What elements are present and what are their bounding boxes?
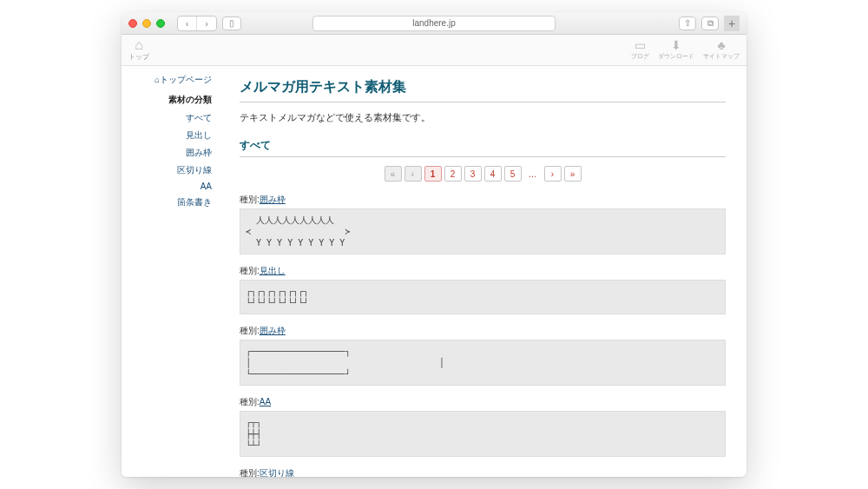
home-icon: ⌂ bbox=[135, 38, 143, 52]
content-area: ⌂トップページ 素材の分類 すべて 見出し 囲み枠 区切り線 AA 箇条書き メ… bbox=[122, 66, 746, 477]
minimize-icon[interactable] bbox=[142, 19, 151, 28]
item-type-link[interactable]: 囲み枠 bbox=[260, 195, 286, 204]
item-type: 種別:AA bbox=[240, 396, 726, 408]
material-item: 種別:区切り線+:♪*■ＩＮＤＥＸ■ +:♪*━━━━━━━━━━━━━━━━━… bbox=[240, 467, 726, 477]
item-sample: ┌┐┌┐┌┐┌┐┌┐┌┐ └┘└┘└┘└┘└┘└┘ bbox=[240, 280, 726, 314]
material-item: 種別:囲み枠 人人人人人人人人人 ≺ ≻ Y Y Y Y Y Y Y Y Y bbox=[240, 194, 726, 254]
pager-page-2[interactable]: 2 bbox=[444, 166, 462, 182]
item-type: 種別:区切り線 bbox=[240, 467, 726, 477]
close-icon[interactable] bbox=[128, 19, 137, 28]
material-item: 種別:AA┌┬┐ ├┼┤ └┴┘ bbox=[240, 396, 726, 457]
sidebar-item-frame[interactable]: 囲み枠 bbox=[122, 144, 219, 162]
pager-ellipsis: … bbox=[524, 166, 542, 182]
sidebar-toggle-button[interactable]: ▯ bbox=[222, 17, 241, 30]
pager-last[interactable]: » bbox=[564, 166, 582, 182]
material-item: 種別:囲み枠┌──────────────────┐ │ │ └────────… bbox=[240, 325, 726, 386]
header-blog[interactable]: ▭ブログ bbox=[631, 39, 649, 61]
titlebar: ‹ › ▯ landhere.jp ⇧ ⧉ + bbox=[122, 12, 746, 35]
item-type: 種別:囲み枠 bbox=[240, 325, 726, 337]
header-home[interactable]: ⌂ トップ bbox=[128, 38, 149, 62]
window-controls bbox=[128, 19, 165, 28]
material-item: 種別:見出し┌┐┌┐┌┐┌┐┌┐┌┐ └┘└┘└┘└┘└┘└┘ bbox=[240, 265, 726, 314]
back-button[interactable]: ‹ bbox=[178, 17, 197, 30]
item-type-link[interactable]: 見出し bbox=[260, 266, 286, 275]
pager-page-4[interactable]: 4 bbox=[484, 166, 502, 182]
pager-first[interactable]: « bbox=[385, 166, 402, 182]
sitemap-icon: ♣ bbox=[717, 39, 725, 52]
page-description: テキストメルマガなどで使える素材集です。 bbox=[240, 111, 726, 124]
item-type: 種別:見出し bbox=[240, 265, 726, 277]
pager-page-1[interactable]: 1 bbox=[424, 166, 442, 182]
item-sample: ┌┬┐ ├┼┤ └┴┘ bbox=[240, 411, 726, 457]
titlebar-right: ⇧ ⧉ + bbox=[679, 16, 740, 31]
item-type-link[interactable]: 区切り線 bbox=[260, 468, 294, 477]
sidebar-item-bullet[interactable]: 箇条書き bbox=[122, 194, 219, 211]
header-home-label: トップ bbox=[128, 52, 149, 62]
pager-prev[interactable]: ‹ bbox=[404, 166, 422, 182]
header-right: ▭ブログ ⬇ダウンロード ♣サイトマップ bbox=[631, 39, 740, 61]
main-content: メルマガ用テキスト素材集 テキストメルマガなどで使える素材集です。 すべて « … bbox=[219, 66, 746, 477]
forward-button[interactable]: › bbox=[197, 17, 216, 30]
header-sitemap[interactable]: ♣サイトマップ bbox=[703, 39, 740, 61]
pager-page-3[interactable]: 3 bbox=[464, 166, 482, 182]
sidebar-item-all[interactable]: すべて bbox=[122, 109, 219, 127]
pager: « ‹ 1 2 3 4 5 … › » bbox=[240, 166, 726, 182]
share-button[interactable]: ⇧ bbox=[679, 17, 696, 30]
download-icon: ⬇ bbox=[671, 39, 681, 52]
pager-page-5[interactable]: 5 bbox=[504, 166, 522, 182]
sidebar: ⌂トップページ 素材の分類 すべて 見出し 囲み枠 区切り線 AA 箇条書き bbox=[122, 66, 219, 477]
new-tab-button[interactable]: + bbox=[724, 16, 740, 31]
sidebar-item-divider[interactable]: 区切り線 bbox=[122, 162, 219, 179]
section-title: すべて bbox=[240, 138, 726, 157]
sidebar-top-page[interactable]: ⌂トップページ bbox=[122, 71, 219, 89]
tabs-button[interactable]: ⧉ bbox=[701, 17, 719, 30]
header-download[interactable]: ⬇ダウンロード bbox=[658, 39, 694, 61]
url-text: landhere.jp bbox=[412, 18, 455, 28]
item-type-link[interactable]: AA bbox=[260, 397, 271, 406]
item-sample: ┌──────────────────┐ │ │ └──────────────… bbox=[240, 340, 726, 386]
nav-arrows: ‹ › bbox=[177, 16, 217, 31]
sidebar-category-title: 素材の分類 bbox=[122, 89, 219, 109]
browser-window: ‹ › ▯ landhere.jp ⇧ ⧉ + ⌂ トップ ▭ブログ ⬇ダウンロ… bbox=[122, 12, 746, 477]
pager-next[interactable]: › bbox=[544, 166, 562, 182]
item-sample: 人人人人人人人人人 ≺ ≻ Y Y Y Y Y Y Y Y Y bbox=[240, 208, 726, 254]
maximize-icon[interactable] bbox=[156, 19, 165, 28]
item-list: 種別:囲み枠 人人人人人人人人人 ≺ ≻ Y Y Y Y Y Y Y Y Y種別… bbox=[240, 194, 726, 477]
url-bar[interactable]: landhere.jp bbox=[312, 16, 556, 31]
item-type-link[interactable]: 囲み枠 bbox=[260, 326, 286, 335]
page-title: メルマガ用テキスト素材集 bbox=[240, 78, 726, 102]
sidebar-item-heading[interactable]: 見出し bbox=[122, 127, 219, 144]
sidebar-item-aa[interactable]: AA bbox=[122, 179, 219, 194]
blog-icon: ▭ bbox=[635, 39, 646, 52]
site-header: ⌂ トップ ▭ブログ ⬇ダウンロード ♣サイトマップ bbox=[122, 35, 746, 66]
item-type: 種別:囲み枠 bbox=[240, 194, 726, 206]
